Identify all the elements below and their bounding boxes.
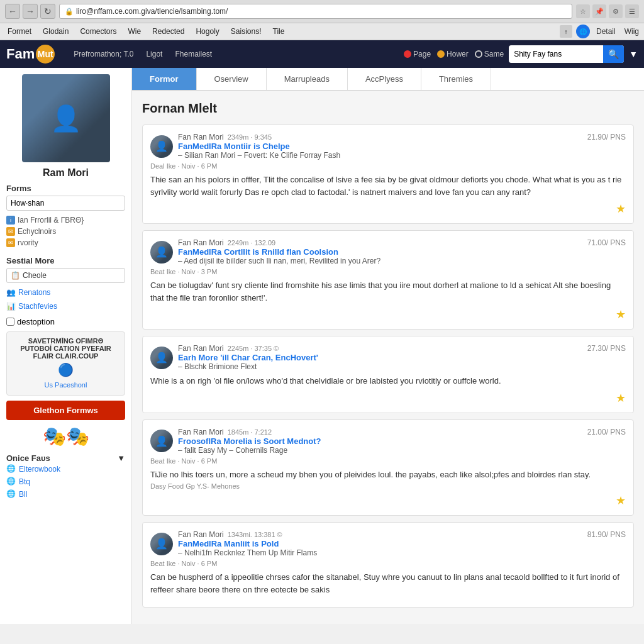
sidebar-forms-label: Forms xyxy=(6,184,125,193)
back-button[interactable]: ← xyxy=(5,4,20,19)
post-header-left: 👤 Fan Ran Mori 1845m · 7:212 FroosoflRa … xyxy=(150,428,321,455)
sestial-more-label: Sestial More xyxy=(6,256,125,265)
sestial-box-item[interactable]: 📋 Cheole xyxy=(6,268,125,283)
post-meta: Fan Ran Mori 2245m · 37:35 © Earh More '… xyxy=(178,344,318,371)
browser-nav-buttons: ← → ↻ xyxy=(5,4,55,19)
logo-area: Fam Mut xyxy=(6,45,56,64)
sidebar-stachfevies[interactable]: 📊 Stachfevies xyxy=(6,299,125,313)
bottom-link-0[interactable]: 🌐 Elterowbook xyxy=(6,463,125,475)
settings-icon[interactable]: ⚙ xyxy=(609,4,623,18)
post-time: 1845m · 7:212 xyxy=(228,428,272,436)
radio-hower[interactable]: Hower xyxy=(437,50,469,58)
forward-button[interactable]: → xyxy=(23,4,38,19)
renatons-link[interactable]: Renatons xyxy=(18,287,50,298)
tab-oserview[interactable]: Oserview xyxy=(197,68,267,90)
post-beat-row: Beat Ike · Noiv · 3 PM xyxy=(150,268,626,275)
post-header-left: 👤 Fan Ran Mori 2249m · 132.09 FanMedlRa … xyxy=(150,238,380,265)
menu-wiig[interactable]: Wiig xyxy=(622,26,641,37)
menu-redected[interactable]: Redected xyxy=(147,25,189,38)
sidebar-label-1: Echyclnoirs xyxy=(18,227,56,236)
bottom-section-label: Onice Faυs xyxy=(6,453,50,463)
bottom-icon-0: 🌐 xyxy=(6,464,16,474)
menu-icon-btn1[interactable]: ↑ xyxy=(560,25,572,38)
menu-formet[interactable]: Formet xyxy=(3,25,36,38)
profile-name: Ram Mori xyxy=(6,167,125,179)
tab-thremies[interactable]: Thremies xyxy=(421,68,491,90)
star-icon[interactable]: ★ xyxy=(616,308,626,321)
cta-button[interactable]: Glethon Formws xyxy=(6,401,125,420)
post-avatar: 👤 xyxy=(150,241,173,264)
sidebar-item-1[interactable]: ✉ Echyclnoirs xyxy=(6,226,125,237)
search-input[interactable] xyxy=(509,50,603,58)
radio-same[interactable]: Same xyxy=(475,50,504,58)
menu-bar: Formet Glodain Comectors Wie Redected Ho… xyxy=(0,23,644,40)
bottom-section-arrow: ▼ xyxy=(117,453,125,463)
stachfevies-link[interactable]: Stachfevies xyxy=(18,301,57,312)
post-body: Can be tiolugdav' funt sry cliente lind … xyxy=(150,279,626,304)
menu-saisions[interactable]: Saisions! xyxy=(226,25,267,38)
menu-globe-btn[interactable]: 🌐 xyxy=(576,25,590,38)
post-card: 👤 Fan Ran Mori 2349m · 9:345 FanMedlRa M… xyxy=(142,125,634,224)
bottom-icon-2: 🌐 xyxy=(6,489,16,499)
post-link[interactable]: FroosoflRa Morelia is Soort Mednot? xyxy=(178,436,321,446)
bottom-link-2[interactable]: 🌐 Bll xyxy=(6,488,125,501)
post-author-row: Fan Ran Mori 1343mi. 13:381 © xyxy=(178,530,317,539)
menu-glodain[interactable]: Glodain xyxy=(38,25,74,38)
tabs-bar: Formor Oserview Marrupleads AccPlyess Th… xyxy=(132,68,644,91)
radio-group: Page Hower Same xyxy=(404,50,504,58)
tab-formor[interactable]: Formor xyxy=(132,68,197,90)
post-meta: Fan Ran Mori 2249m · 132.09 FanMedlRa Co… xyxy=(178,238,380,265)
sidebar-item-0[interactable]: i Ian Frrorlil & ΓΒRΘ} xyxy=(6,214,125,226)
post-link[interactable]: FanMedlRa Montiir is Chelpe xyxy=(178,142,340,151)
sidebar-forms-input[interactable] xyxy=(6,196,125,211)
menu-icon[interactable]: ☰ xyxy=(625,4,639,18)
search-button[interactable]: 🔍 xyxy=(603,45,624,63)
sidebar-ad-link[interactable]: Us Paceshonl xyxy=(12,380,119,390)
sidebar-ad-icon: 🔵 xyxy=(12,362,119,377)
menu-hogoly[interactable]: Hogoly xyxy=(191,25,224,38)
post-score: 21.90/ PNS xyxy=(587,133,626,142)
post-author: Fan Ran Mori xyxy=(178,133,224,142)
star-icon[interactable]: ★ xyxy=(616,494,626,508)
address-bar[interactable]: 🔒 liro@nffam.ce.com.giva/tlencie/lsambin… xyxy=(59,4,572,19)
post-card: 👤 Fan Ran Mori 1343mi. 13:381 © FanMedlR… xyxy=(142,522,634,608)
radio-page[interactable]: Page xyxy=(404,50,431,58)
nav-link-2[interactable]: Fhemailest xyxy=(170,46,217,62)
menu-wie[interactable]: Wie xyxy=(123,25,146,38)
sidebar-renatons[interactable]: 👥 Renatons xyxy=(6,286,125,299)
bookmark-icon[interactable]: ☆ xyxy=(576,4,590,18)
post-meta: Fan Ran Mori 1343mi. 13:381 © FanMedlRa … xyxy=(178,530,317,557)
nav-dropdown-btn[interactable]: ▼ xyxy=(629,49,638,59)
post-subtitle: – Blschk Brimione Flext xyxy=(178,362,318,371)
tab-accplyess[interactable]: AccPlyess xyxy=(348,68,421,90)
logo-circle[interactable]: Mut xyxy=(36,45,55,64)
top-nav: Fam Mut Prefromathon; T.0 Ligot Fhemaile… xyxy=(0,40,644,68)
reload-button[interactable]: ↻ xyxy=(40,4,55,19)
post-link[interactable]: Earh More 'ill Char Cran, EncHovert' xyxy=(178,353,318,362)
post-link[interactable]: FanMedlRa Manliit is Pold xyxy=(178,539,317,548)
post-link[interactable]: FanMedlRa Cortllit is Rnilld flan Coolsi… xyxy=(178,247,380,257)
bottom-link-1[interactable]: 🌐 Btq xyxy=(6,475,125,488)
bottom-label-1: Btq xyxy=(19,477,30,486)
menu-comectors[interactable]: Comectors xyxy=(75,25,121,38)
sidebar-bottom-section: Onice Faυs ▼ 🌐 Elterowbook 🌐 Btq 🌐 Bll xyxy=(6,453,125,501)
logo-fam: Fam xyxy=(6,46,35,62)
sidebar-item-2[interactable]: ✉ rvority xyxy=(6,237,125,248)
posts-container: 👤 Fan Ran Mori 2349m · 9:345 FanMedlRa M… xyxy=(142,125,634,608)
post-author-row: Fan Ran Mori 1845m · 7:212 xyxy=(178,428,321,436)
tab-marrupleads[interactable]: Marrupleads xyxy=(267,68,348,90)
post-subtitle: – Aed dijsil ite billder such lli nan, m… xyxy=(178,257,380,265)
post-avatar: 👤 xyxy=(150,430,173,452)
post-body: TiJie no lhis toers un, more a scheud my… xyxy=(150,469,626,481)
post-beat-row: Beat Ike · Noiv · 6 PM xyxy=(150,560,626,567)
destoption-checkbox[interactable] xyxy=(6,318,14,326)
star-icon[interactable]: ★ xyxy=(616,391,626,405)
renatons-icon: 👥 xyxy=(6,288,16,297)
post-header: 👤 Fan Ran Mori 2245m · 37:35 © Earh More… xyxy=(150,344,626,371)
nav-link-0[interactable]: Prefromathon; T.0 xyxy=(69,46,138,62)
menu-detail[interactable]: Detail xyxy=(594,26,618,37)
pin-icon[interactable]: 📌 xyxy=(592,4,606,18)
star-icon[interactable]: ★ xyxy=(616,202,626,216)
menu-tile[interactable]: Tile xyxy=(268,25,290,38)
nav-link-1[interactable]: Ligot xyxy=(141,46,167,62)
